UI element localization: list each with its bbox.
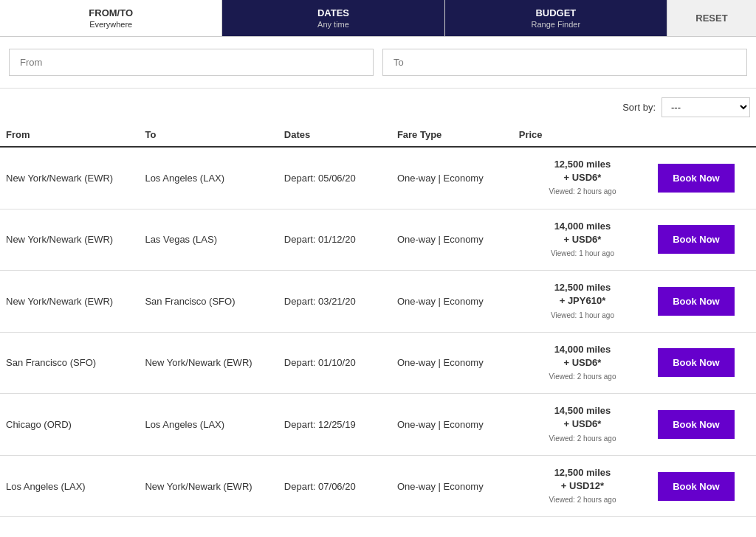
sort-select[interactable]: --- xyxy=(662,97,750,117)
col-header-from: From xyxy=(0,123,139,147)
to-input[interactable] xyxy=(382,49,747,76)
tab-from-to-subtitle: Everywhere xyxy=(12,20,210,29)
cell-fare: One-way | Economy xyxy=(391,147,513,209)
tab-budget-title: BUDGET xyxy=(457,7,655,18)
cell-to: San Francisco (SFO) xyxy=(139,271,278,333)
price-viewed: Viewed: 2 hours ago xyxy=(549,496,616,504)
cell-from: Chicago (ORD) xyxy=(0,394,139,456)
tab-dates-subtitle: Any time xyxy=(234,20,432,29)
table-row: New York/Newark (EWR) Las Vegas (LAS) De… xyxy=(0,209,756,271)
col-header-action xyxy=(652,123,756,147)
cell-action[interactable]: Book Now xyxy=(652,209,756,271)
table-row: New York/Newark (EWR) Los Angeles (LAX) … xyxy=(0,147,756,209)
cell-to: New York/Newark (EWR) xyxy=(139,332,278,394)
from-input[interactable] xyxy=(9,49,374,76)
book-now-button[interactable]: Book Now xyxy=(658,348,735,377)
col-header-price: Price xyxy=(513,123,652,147)
cell-action[interactable]: Book Now xyxy=(652,455,756,517)
cell-price: 12,500 miles+ USD6* Viewed: 2 hours ago xyxy=(513,147,652,209)
cell-dates: Depart: 12/25/19 xyxy=(278,394,391,456)
cell-price: 14,000 miles+ USD6* Viewed: 2 hours ago xyxy=(513,332,652,394)
sort-bar: Sort by: --- xyxy=(0,89,756,123)
cell-price: 14,500 miles+ USD6* Viewed: 2 hours ago xyxy=(513,394,652,456)
table-row: New York/Newark (EWR) San Francisco (SFO… xyxy=(0,271,756,333)
search-bar xyxy=(0,37,756,89)
table-row: San Francisco (SFO) New York/Newark (EWR… xyxy=(0,332,756,394)
tab-budget-subtitle: Range Finder xyxy=(457,20,655,29)
price-viewed: Viewed: 1 hour ago xyxy=(551,249,614,257)
cell-to: Las Vegas (LAS) xyxy=(139,209,278,271)
cell-dates: Depart: 01/12/20 xyxy=(278,209,391,271)
cell-from: New York/Newark (EWR) xyxy=(0,209,139,271)
tab-reset-title: RESET xyxy=(695,13,727,24)
cell-action[interactable]: Book Now xyxy=(652,394,756,456)
tab-reset[interactable]: RESET xyxy=(667,0,756,36)
cell-fare: One-way | Economy xyxy=(391,332,513,394)
price-viewed: Viewed: 1 hour ago xyxy=(551,311,614,319)
cell-from: New York/Newark (EWR) xyxy=(0,147,139,209)
col-header-fare: Fare Type xyxy=(391,123,513,147)
book-now-button[interactable]: Book Now xyxy=(658,225,735,254)
sort-label: Sort by: xyxy=(622,102,656,113)
cell-dates: Depart: 07/06/20 xyxy=(278,455,391,517)
cell-fare: One-way | Economy xyxy=(391,455,513,517)
cell-action[interactable]: Book Now xyxy=(652,147,756,209)
cell-fare: One-way | Economy xyxy=(391,394,513,456)
tab-dates-title: DATES xyxy=(234,7,432,18)
price-viewed: Viewed: 2 hours ago xyxy=(549,187,616,195)
cell-to: Los Angeles (LAX) xyxy=(139,394,278,456)
book-now-button[interactable]: Book Now xyxy=(658,287,735,316)
price-viewed: Viewed: 2 hours ago xyxy=(549,434,616,443)
cell-fare: One-way | Economy xyxy=(391,271,513,333)
tab-dates[interactable]: DATES Any time xyxy=(222,0,444,36)
table-row: Los Angeles (LAX) New York/Newark (EWR) … xyxy=(0,455,756,517)
cell-price: 12,500 miles+ JPY610* Viewed: 1 hour ago xyxy=(513,271,652,333)
price-viewed: Viewed: 2 hours ago xyxy=(549,373,616,381)
book-now-button[interactable]: Book Now xyxy=(658,472,735,501)
cell-to: New York/Newark (EWR) xyxy=(139,455,278,517)
cell-from: San Francisco (SFO) xyxy=(0,332,139,394)
cell-action[interactable]: Book Now xyxy=(652,271,756,333)
tab-from-to[interactable]: FROM/TO Everywhere xyxy=(0,0,222,36)
cell-price: 14,000 miles+ USD6* Viewed: 1 hour ago xyxy=(513,209,652,271)
table-row: Chicago (ORD) Los Angeles (LAX) Depart: … xyxy=(0,394,756,456)
cell-from: New York/Newark (EWR) xyxy=(0,271,139,333)
table-header-row: From To Dates Fare Type Price xyxy=(0,123,756,147)
col-header-to: To xyxy=(139,123,278,147)
top-navigation: FROM/TO Everywhere DATES Any time BUDGET… xyxy=(0,0,756,37)
tab-budget[interactable]: BUDGET Range Finder xyxy=(445,0,667,36)
cell-from: Los Angeles (LAX) xyxy=(0,455,139,517)
book-now-button[interactable]: Book Now xyxy=(658,410,735,439)
cell-to: Los Angeles (LAX) xyxy=(139,147,278,209)
cell-dates: Depart: 03/21/20 xyxy=(278,271,391,333)
cell-dates: Depart: 01/10/20 xyxy=(278,332,391,394)
col-header-dates: Dates xyxy=(278,123,391,147)
cell-price: 12,500 miles+ USD12* Viewed: 2 hours ago xyxy=(513,455,652,517)
tab-from-to-title: FROM/TO xyxy=(12,7,210,18)
results-table: From To Dates Fare Type Price New York/N… xyxy=(0,123,756,517)
book-now-button[interactable]: Book Now xyxy=(658,164,735,193)
cell-fare: One-way | Economy xyxy=(391,209,513,271)
cell-dates: Depart: 05/06/20 xyxy=(278,147,391,209)
cell-action[interactable]: Book Now xyxy=(652,332,756,394)
